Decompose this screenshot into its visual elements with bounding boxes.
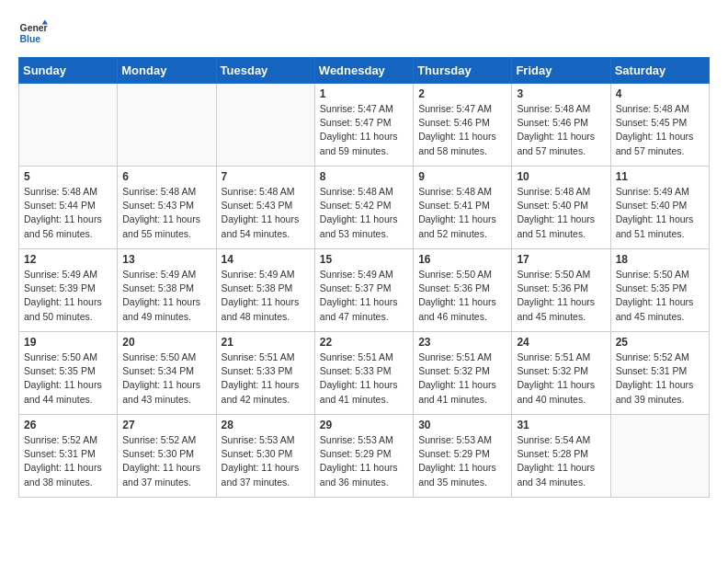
dow-friday: Friday — [512, 58, 610, 84]
day-number: 31 — [517, 419, 605, 431]
cell-info: Sunrise: 5:49 AM Sunset: 5:40 PM Dayligh… — [616, 185, 704, 241]
calendar-cell: 15Sunrise: 5:49 AM Sunset: 5:37 PM Dayli… — [314, 249, 413, 332]
calendar-cell: 11Sunrise: 5:49 AM Sunset: 5:40 PM Dayli… — [610, 167, 709, 249]
calendar-cell: 12Sunrise: 5:49 AM Sunset: 5:39 PM Dayli… — [19, 249, 118, 332]
calendar-cell: 29Sunrise: 5:53 AM Sunset: 5:29 PM Dayli… — [314, 415, 413, 498]
svg-text:General: General — [20, 23, 48, 33]
cell-info: Sunrise: 5:51 AM Sunset: 5:33 PM Dayligh… — [222, 350, 310, 407]
cell-info: Sunrise: 5:48 AM Sunset: 5:43 PM Dayligh… — [122, 185, 210, 241]
cell-info: Sunrise: 5:53 AM Sunset: 5:29 PM Dayligh… — [320, 433, 408, 489]
svg-marker-2 — [42, 20, 48, 25]
cell-info: Sunrise: 5:50 AM Sunset: 5:36 PM Dayligh… — [517, 268, 605, 324]
calendar-cell: 25Sunrise: 5:52 AM Sunset: 5:31 PM Dayli… — [610, 332, 709, 415]
days-of-week-row: SundayMondayTuesdayWednesdayThursdayFrid… — [19, 58, 710, 84]
calendar-cell: 13Sunrise: 5:49 AM Sunset: 5:38 PM Dayli… — [118, 249, 216, 332]
day-number: 26 — [24, 419, 112, 431]
cell-info: Sunrise: 5:48 AM Sunset: 5:43 PM Dayligh… — [222, 185, 310, 241]
calendar-cell: 19Sunrise: 5:50 AM Sunset: 5:35 PM Dayli… — [19, 332, 118, 415]
day-number: 4 — [616, 87, 704, 100]
day-number: 22 — [320, 336, 408, 349]
week-row-5: 26Sunrise: 5:52 AM Sunset: 5:31 PM Dayli… — [19, 415, 710, 498]
dow-wednesday: Wednesday — [314, 58, 413, 84]
cell-info: Sunrise: 5:50 AM Sunset: 5:34 PM Dayligh… — [122, 350, 210, 407]
day-number: 3 — [517, 87, 605, 100]
calendar-cell: 17Sunrise: 5:50 AM Sunset: 5:36 PM Dayli… — [512, 249, 610, 332]
cell-info: Sunrise: 5:53 AM Sunset: 5:29 PM Dayligh… — [418, 433, 506, 489]
calendar-cell: 24Sunrise: 5:51 AM Sunset: 5:32 PM Dayli… — [512, 332, 610, 415]
calendar-cell: 26Sunrise: 5:52 AM Sunset: 5:31 PM Dayli… — [19, 415, 118, 498]
week-row-4: 19Sunrise: 5:50 AM Sunset: 5:35 PM Dayli… — [19, 332, 710, 415]
cell-info: Sunrise: 5:51 AM Sunset: 5:32 PM Dayligh… — [517, 350, 605, 407]
day-number: 13 — [122, 253, 210, 266]
day-number: 21 — [222, 336, 310, 349]
day-number: 7 — [222, 170, 310, 183]
logo: General Blue — [18, 18, 48, 48]
cell-info: Sunrise: 5:49 AM Sunset: 5:39 PM Dayligh… — [24, 268, 112, 324]
cell-info: Sunrise: 5:50 AM Sunset: 5:35 PM Dayligh… — [616, 268, 704, 324]
calendar-cell: 7Sunrise: 5:48 AM Sunset: 5:43 PM Daylig… — [216, 167, 314, 249]
cell-info: Sunrise: 5:52 AM Sunset: 5:31 PM Dayligh… — [24, 433, 112, 489]
cell-info: Sunrise: 5:48 AM Sunset: 5:40 PM Dayligh… — [517, 185, 605, 241]
calendar-cell: 9Sunrise: 5:48 AM Sunset: 5:41 PM Daylig… — [414, 167, 512, 249]
page-header: General Blue — [18, 18, 710, 48]
day-number: 29 — [320, 419, 408, 431]
calendar-table: SundayMondayTuesdayWednesdayThursdayFrid… — [18, 57, 710, 498]
dow-tuesday: Tuesday — [216, 58, 314, 84]
week-row-2: 5Sunrise: 5:48 AM Sunset: 5:44 PM Daylig… — [19, 167, 710, 249]
dow-sunday: Sunday — [19, 58, 118, 84]
cell-info: Sunrise: 5:52 AM Sunset: 5:30 PM Dayligh… — [122, 433, 210, 489]
day-number: 19 — [24, 336, 112, 349]
day-number: 28 — [222, 419, 310, 431]
calendar-cell: 20Sunrise: 5:50 AM Sunset: 5:34 PM Dayli… — [118, 332, 216, 415]
dow-thursday: Thursday — [414, 58, 512, 84]
calendar-cell: 21Sunrise: 5:51 AM Sunset: 5:33 PM Dayli… — [216, 332, 314, 415]
calendar-cell: 2Sunrise: 5:47 AM Sunset: 5:46 PM Daylig… — [414, 84, 512, 167]
day-number: 8 — [320, 170, 408, 183]
svg-text:Blue: Blue — [20, 34, 41, 44]
calendar-cell: 31Sunrise: 5:54 AM Sunset: 5:28 PM Dayli… — [512, 415, 610, 498]
cell-info: Sunrise: 5:50 AM Sunset: 5:35 PM Dayligh… — [24, 350, 112, 407]
cell-info: Sunrise: 5:52 AM Sunset: 5:31 PM Dayligh… — [616, 350, 704, 407]
day-number: 20 — [122, 336, 210, 349]
cell-info: Sunrise: 5:47 AM Sunset: 5:47 PM Dayligh… — [320, 102, 408, 158]
day-number: 9 — [418, 170, 506, 183]
day-number: 17 — [517, 253, 605, 266]
week-row-3: 12Sunrise: 5:49 AM Sunset: 5:39 PM Dayli… — [19, 249, 710, 332]
calendar-cell: 28Sunrise: 5:53 AM Sunset: 5:30 PM Dayli… — [216, 415, 314, 498]
day-number: 30 — [418, 419, 506, 431]
day-number: 16 — [418, 253, 506, 266]
cell-info: Sunrise: 5:53 AM Sunset: 5:30 PM Dayligh… — [222, 433, 310, 489]
cell-info: Sunrise: 5:50 AM Sunset: 5:36 PM Dayligh… — [418, 268, 506, 324]
day-number: 15 — [320, 253, 408, 266]
calendar-cell — [118, 84, 216, 167]
cell-info: Sunrise: 5:51 AM Sunset: 5:33 PM Dayligh… — [320, 350, 408, 407]
cell-info: Sunrise: 5:48 AM Sunset: 5:46 PM Dayligh… — [517, 102, 605, 158]
calendar-cell: 27Sunrise: 5:52 AM Sunset: 5:30 PM Dayli… — [118, 415, 216, 498]
calendar-cell: 23Sunrise: 5:51 AM Sunset: 5:32 PM Dayli… — [414, 332, 512, 415]
calendar-cell: 10Sunrise: 5:48 AM Sunset: 5:40 PM Dayli… — [512, 167, 610, 249]
logo-icon: General Blue — [18, 18, 48, 48]
calendar-body: 1Sunrise: 5:47 AM Sunset: 5:47 PM Daylig… — [19, 84, 710, 498]
calendar-cell — [216, 84, 314, 167]
calendar-cell: 4Sunrise: 5:48 AM Sunset: 5:45 PM Daylig… — [610, 84, 709, 167]
cell-info: Sunrise: 5:49 AM Sunset: 5:37 PM Dayligh… — [320, 268, 408, 324]
cell-info: Sunrise: 5:48 AM Sunset: 5:45 PM Dayligh… — [616, 102, 704, 158]
cell-info: Sunrise: 5:48 AM Sunset: 5:44 PM Dayligh… — [24, 185, 112, 241]
day-number: 18 — [616, 253, 704, 266]
calendar-cell — [19, 84, 118, 167]
calendar-cell: 16Sunrise: 5:50 AM Sunset: 5:36 PM Dayli… — [414, 249, 512, 332]
calendar-cell: 14Sunrise: 5:49 AM Sunset: 5:38 PM Dayli… — [216, 249, 314, 332]
day-number: 27 — [122, 419, 210, 431]
day-number: 1 — [320, 87, 408, 100]
calendar-cell: 22Sunrise: 5:51 AM Sunset: 5:33 PM Dayli… — [314, 332, 413, 415]
day-number: 12 — [24, 253, 112, 266]
calendar-cell: 8Sunrise: 5:48 AM Sunset: 5:42 PM Daylig… — [314, 167, 413, 249]
cell-info: Sunrise: 5:47 AM Sunset: 5:46 PM Dayligh… — [418, 102, 506, 158]
cell-info: Sunrise: 5:51 AM Sunset: 5:32 PM Dayligh… — [418, 350, 506, 407]
cell-info: Sunrise: 5:48 AM Sunset: 5:41 PM Dayligh… — [418, 185, 506, 241]
dow-saturday: Saturday — [610, 58, 709, 84]
dow-monday: Monday — [118, 58, 216, 84]
calendar-cell: 1Sunrise: 5:47 AM Sunset: 5:47 PM Daylig… — [314, 84, 413, 167]
calendar-cell: 6Sunrise: 5:48 AM Sunset: 5:43 PM Daylig… — [118, 167, 216, 249]
calendar-cell: 18Sunrise: 5:50 AM Sunset: 5:35 PM Dayli… — [610, 249, 709, 332]
